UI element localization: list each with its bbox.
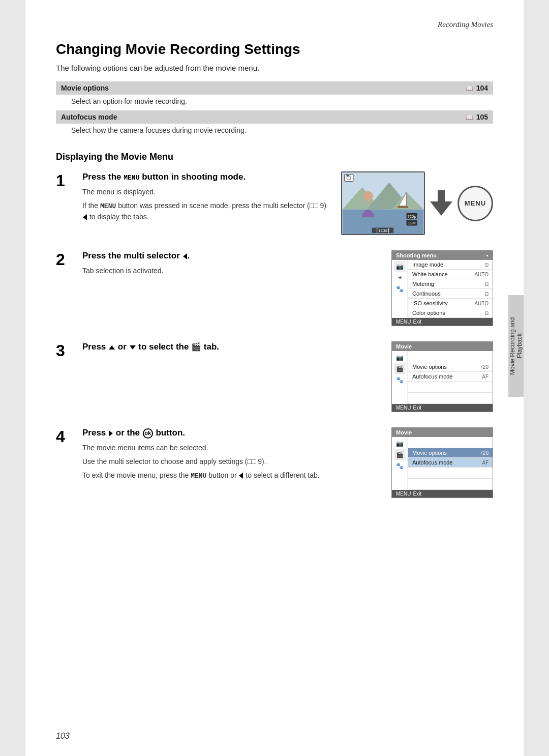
tri-left-icon-2 — [183, 253, 187, 259]
item-label: Continuous — [412, 290, 481, 297]
movie-menu-1-screenshot: Movie 📷 🎬 🐾 Movie options 720 — [391, 341, 493, 412]
item-value: ⊡ — [484, 262, 489, 268]
step-4-desc-3: To exit the movie menu, press the MENU b… — [82, 470, 371, 481]
movie-menu-1-footer: MENU Exit — [392, 404, 493, 412]
item-label: Autofocus mode — [412, 459, 479, 466]
shooting-menu-title: Shooting menu ▪ — [392, 251, 493, 260]
step-1: 1 Press the MENU button in shooting mode… — [56, 171, 493, 235]
step-1-heading: Press the MENU button in shooting mode. — [82, 171, 331, 183]
item-label: Autofocus mode — [412, 373, 479, 380]
page-number: 103 — [56, 732, 70, 741]
menu-footer-text: Exit — [413, 319, 421, 325]
table-row: Autofocus mode 📖 105 — [56, 110, 493, 124]
book-icon-1: 📖 — [466, 85, 473, 92]
step-4-heading: Press or the ok button. — [82, 427, 371, 439]
step-1-image: 720p 12M 【1100】 — [341, 171, 493, 235]
options-table: Movie options 📖 104 Select an option for… — [56, 81, 493, 139]
option-ref-1: 📖 104 — [349, 81, 493, 95]
svg-text:720p: 720p — [408, 214, 416, 219]
sidebar-tab-label: Movie Recording and Playback — [509, 305, 523, 387]
shooting-menu-title-text: Shooting menu — [396, 252, 437, 258]
list-item — [408, 468, 493, 479]
tab-movie: 🎬 — [394, 363, 406, 374]
menu-button-image: MENU — [458, 186, 493, 221]
tri-up-icon — [109, 345, 115, 350]
svg-rect-11 — [398, 206, 408, 208]
item-value: AF — [482, 374, 489, 380]
step-1-desc-1: The menu is displayed. — [82, 187, 331, 197]
shooting-menu-icon: ▪ — [486, 252, 489, 258]
header-bar: Recording Movies — [56, 20, 493, 32]
step-2-heading: Press the multi selector . — [82, 250, 371, 261]
tab-star: ✦ — [394, 272, 406, 283]
step-1-content: Press the MENU button in shooting mode. … — [82, 171, 331, 225]
step-2-image: Shooting menu ▪ 📷 ✦ 🐾 Image mode ⊡ — [381, 250, 493, 326]
step-1-desc-2: If the MENU button was pressed in scene … — [82, 200, 331, 222]
list-item: Autofocus mode AF — [408, 372, 493, 382]
step-3: 3 Press or to select the 🎬 tab. Movie 📷 … — [56, 341, 493, 412]
option-ref-2: 📖 105 — [349, 110, 493, 124]
book-icon-2: 📖 — [466, 114, 473, 121]
list-item: Color options ⊡ — [408, 308, 493, 318]
table-row: Select how the camera focuses during mov… — [56, 124, 493, 139]
step-4-image: Movie 📷 🎬 🐾 Movie options 720 — [381, 427, 493, 498]
list-item — [408, 393, 493, 404]
step-number-3: 3 — [56, 342, 72, 359]
sidebar-tab: Movie Recording and Playback — [508, 295, 524, 397]
item-label: White balance — [412, 271, 471, 277]
arrow-down-image — [430, 191, 452, 216]
item-label: Movie options — [412, 450, 477, 456]
step-4: 4 Press or the ok button. The movie menu… — [56, 427, 493, 498]
item-value: ⊡ — [484, 281, 489, 287]
item-value: 720 — [480, 364, 489, 370]
list-item: ISO sensitivity AUTO — [408, 299, 493, 308]
menu-footer-label-3: MENU — [396, 491, 411, 497]
subsection-title: Displaying the Movie Menu — [56, 152, 493, 162]
page-container: Recording Movies Changing Movie Recordin… — [25, 0, 524, 756]
movie-tab-icon: 🎬 — [191, 342, 201, 351]
item-label: Movie options — [412, 364, 477, 370]
svg-text:12M: 12M — [408, 221, 416, 225]
menu-with-tabs: 📷 ✦ 🐾 Image mode ⊡ White balance AU — [392, 260, 493, 318]
option-desc-2: Select how the camera focuses during mov… — [56, 124, 493, 139]
step-2-desc-1: Tab selection is activated. — [82, 266, 371, 276]
step-2: 2 Press the multi selector . Tab selecti… — [56, 250, 493, 326]
item-label: ISO sensitivity — [412, 300, 471, 306]
item-label: Color options — [412, 310, 481, 316]
list-item: White balance AUTO — [408, 270, 493, 279]
list-item: Continuous ⊡ — [408, 289, 493, 299]
list-item: Movie options 720 — [408, 448, 493, 458]
list-item — [408, 437, 493, 448]
tab-camera-3: 📷 — [394, 438, 406, 449]
svg-point-8 — [363, 191, 373, 201]
option-label-2: Autofocus mode — [56, 110, 349, 124]
menu-with-tabs-2: 📷 🎬 🐾 Movie options 720 Autofocus m — [392, 351, 493, 404]
arrow-stem — [438, 190, 445, 201]
tri-right-icon — [109, 430, 113, 437]
menu-footer-text-3: Exit — [413, 491, 421, 497]
list-item: Image mode ⊡ — [408, 260, 493, 270]
step-3-heading: Press or to select the 🎬 tab. — [82, 341, 371, 353]
option-desc-1: Select an option for movie recording. — [56, 95, 493, 110]
step-number-4: 4 — [56, 428, 72, 445]
tri-left-icon — [83, 214, 87, 220]
menu-items-area-3: Movie options 720 Autofocus mode AF — [408, 437, 493, 490]
item-value: 720 — [480, 450, 489, 456]
section-title: Recording Movies — [438, 20, 493, 28]
movie-menu-2-screenshot: Movie 📷 🎬 🐾 Movie options 720 — [391, 427, 493, 498]
item-value: AUTO — [474, 301, 489, 306]
menu-footer-label: MENU — [396, 319, 411, 325]
list-item — [408, 351, 493, 362]
tab-icons-2: 📷 🎬 🐾 — [392, 351, 408, 404]
menu-keyword-1: MENU — [124, 174, 139, 182]
movie-menu-1-title: Movie — [392, 342, 493, 351]
tab-paw-2: 🐾 — [394, 374, 406, 386]
movie-menu-2-footer: MENU Exit — [392, 490, 493, 498]
step-4-content: Press or the ok button. The movie menu i… — [82, 427, 371, 484]
menu-with-tabs-3: 📷 🎬 🐾 Movie options 720 Autofocus m — [392, 437, 493, 490]
step-2-content: Press the multi selector . Tab selection… — [82, 250, 371, 279]
tab-icons: 📷 ✦ 🐾 — [392, 260, 408, 318]
item-label: Metering — [412, 281, 481, 287]
menu-footer-text-2: Exit — [413, 405, 421, 411]
list-item — [408, 479, 493, 490]
